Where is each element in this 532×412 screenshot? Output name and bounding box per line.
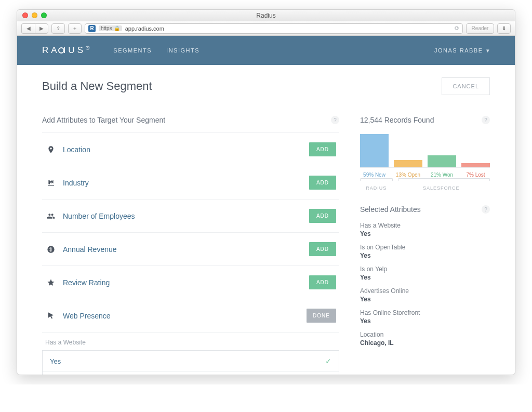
selected-attribute: Is on YelpYes <box>360 265 490 281</box>
selected-attribute-value: Yes <box>360 274 490 281</box>
selected-attribute-key: Advertises Online <box>360 287 490 295</box>
bar <box>428 134 456 167</box>
bar-label: 13% Open <box>394 172 422 178</box>
attribute-label[interactable]: Industry <box>63 179 89 187</box>
industry-icon <box>45 179 57 187</box>
selected-attribute-value: Yes <box>360 252 490 259</box>
selected-attribute-value: Yes <box>360 317 490 325</box>
bar-label: 21% Won <box>428 172 456 178</box>
check-icon: ✓ <box>325 357 331 365</box>
attribute-row: LocationADD <box>42 132 339 166</box>
share-button[interactable]: ⇪ <box>51 23 65 34</box>
primary-nav: SEGMENTS INSIGHTS <box>113 47 200 54</box>
favicon-icon: R <box>88 25 96 32</box>
selected-attribute-value: Yes <box>360 296 490 303</box>
add-button[interactable]: ADD <box>309 176 336 190</box>
add-button[interactable]: ADD <box>309 209 336 223</box>
window-title: Radius <box>17 12 515 19</box>
brand-logo[interactable]: RAIUS® <box>42 45 89 56</box>
records-bar-chart <box>360 134 490 168</box>
selected-attribute: Is on OpenTableYes <box>360 244 490 259</box>
forward-button[interactable]: ▶ <box>35 23 48 34</box>
attribute-row: IndustryADD <box>42 166 339 200</box>
add-bookmark-button[interactable]: ＋ <box>68 23 82 34</box>
user-menu[interactable]: JONAS RABBE ▾ <box>434 47 490 54</box>
bar <box>461 134 490 167</box>
selected-attribute-key: Location <box>360 331 490 338</box>
nav-segments[interactable]: SEGMENTS <box>113 47 152 54</box>
bar <box>360 134 389 167</box>
option-no[interactable]: No <box>43 371 339 375</box>
add-button[interactable]: ADD <box>309 275 336 289</box>
page-viewport: RAIUS® SEGMENTS INSIGHTS JONAS RABBE ▾ B… <box>17 36 515 375</box>
selected-attribute-key: Is on Yelp <box>360 265 490 273</box>
selected-attribute-key: Is on OpenTable <box>360 244 490 251</box>
star-icon <box>45 278 57 287</box>
records-found-title: 12,544 Records Found <box>360 116 434 124</box>
selected-attribute: LocationChicago, IL <box>360 331 490 347</box>
help-icon[interactable]: ? <box>482 205 490 214</box>
dollar-icon <box>45 245 57 254</box>
pin-icon <box>45 145 57 154</box>
chart-labels: 59% New13% Open21% Won7% Lost <box>360 172 490 178</box>
mac-titlebar: Radius <box>17 10 515 21</box>
chart-source-labels: RADIUS SALESFORCE <box>360 185 490 191</box>
selected-attribute: Has Online StorefrontYes <box>360 309 490 325</box>
option-list: Yes ✓ No <box>42 350 339 375</box>
browser-window: Radius ◀ ▶ ⇪ ＋ R https 🔒 app.radius.com … <box>17 9 515 375</box>
bar-label: 7% Lost <box>461 172 490 178</box>
reader-button[interactable]: Reader <box>466 23 494 34</box>
attribute-label[interactable]: Review Rating <box>63 278 110 287</box>
help-icon[interactable]: ? <box>331 116 339 124</box>
reload-icon[interactable]: ⟳ <box>455 25 459 32</box>
selected-attribute-value: Chicago, IL <box>360 339 490 347</box>
lock-icon: 🔒 <box>114 25 120 31</box>
attribute-label[interactable]: Annual Revenue <box>63 245 117 254</box>
option-yes[interactable]: Yes ✓ <box>43 351 339 371</box>
selected-attribute: Has a WebsiteYes <box>360 222 490 237</box>
address-bar[interactable]: R https 🔒 app.radius.com ⟳ <box>85 23 463 34</box>
cancel-button[interactable]: CANCEL <box>442 77 490 95</box>
attribute-row: Web PresenceDONE <box>42 299 339 333</box>
selected-attribute: Advertises OnlineYes <box>360 287 490 303</box>
browser-toolbar: ◀ ▶ ⇪ ＋ R https 🔒 app.radius.com ⟳ Reade… <box>17 21 515 36</box>
url-text: app.radius.com <box>125 25 164 32</box>
add-button[interactable]: ADD <box>309 142 336 156</box>
https-badge: https 🔒 <box>99 25 122 31</box>
done-button[interactable]: DONE <box>307 309 336 323</box>
back-button[interactable]: ◀ <box>21 23 35 34</box>
app-header: RAIUS® SEGMENTS INSIGHTS JONAS RABBE ▾ <box>17 36 515 65</box>
attribute-row: Annual RevenueADD <box>42 233 339 266</box>
page-title: Build a New Segment <box>42 79 152 93</box>
selected-attribute-key: Has Online Storefront <box>360 309 490 316</box>
expanded-sub-label: Has a Website <box>45 339 339 346</box>
bar-label: 59% New <box>360 172 389 178</box>
selected-attribute-value: Yes <box>360 230 490 237</box>
attribute-row: Number of EmployeesADD <box>42 200 339 233</box>
chevron-down-icon: ▾ <box>486 47 490 54</box>
bar <box>394 134 422 167</box>
downloads-button[interactable]: ⬇ <box>497 23 511 34</box>
attribute-row: Review RatingADD <box>42 266 339 299</box>
help-icon[interactable]: ? <box>482 116 490 124</box>
selected-attributes-title: Selected Attributes <box>360 205 421 214</box>
attribute-label[interactable]: Location <box>63 145 90 154</box>
attribute-label[interactable]: Web Presence <box>63 312 111 320</box>
cursor-icon <box>45 312 57 320</box>
nav-insights[interactable]: INSIGHTS <box>166 47 200 54</box>
people-icon <box>45 212 57 220</box>
selected-attribute-key: Has a Website <box>360 222 490 229</box>
add-button[interactable]: ADD <box>309 242 336 256</box>
attribute-label[interactable]: Number of Employees <box>63 212 135 220</box>
attributes-section-title: Add Attributes to Target Your Segment <box>42 116 165 124</box>
